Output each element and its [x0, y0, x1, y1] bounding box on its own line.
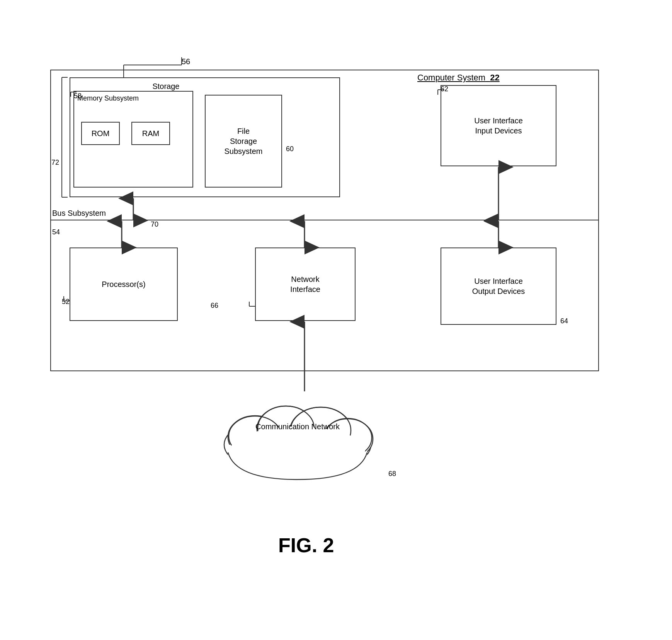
comm-network-label: Communication Network: [205, 422, 390, 432]
svg-point-34: [230, 427, 365, 474]
ref-68: 68: [388, 470, 396, 478]
cloud-container: Communication Network: [205, 391, 390, 487]
figure-label: FIG. 2: [278, 534, 334, 557]
diagram-container: 56 Computer System 22 StorageSubsystem M…: [39, 31, 630, 592]
cloud-svg: [205, 391, 390, 487]
